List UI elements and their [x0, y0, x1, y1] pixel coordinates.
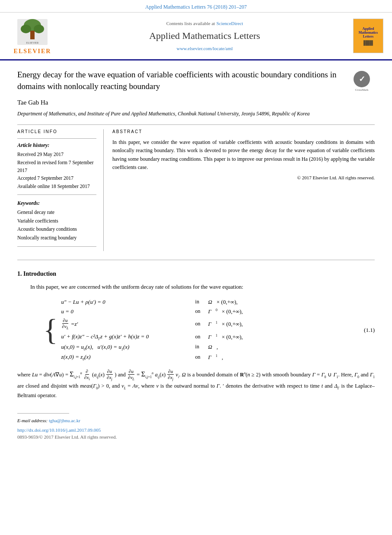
eq-left-2: u = 0 — [61, 308, 182, 315]
journal-reference-link[interactable]: Applied Mathematics Letters 76 (2018) 20… — [145, 4, 247, 10]
copyright-notice: © 2017 Elsevier Ltd. All rights reserved… — [112, 175, 375, 180]
eq-left-3: ∂u ∂νL = z′ — [61, 318, 182, 331]
article-title-block: Energy decay for the wave equation of va… — [17, 69, 375, 92]
email-footnote: E-mail address: tgha@jbnu.ac.kr — [17, 418, 375, 423]
journal-center-header: Contents lists available at ScienceDirec… — [56, 20, 353, 52]
article-history-label: Article history: — [17, 142, 96, 149]
separator-2 — [17, 260, 375, 260]
crossmark-label: CrossMark — [355, 88, 368, 92]
crossmark-circle: ✓ — [354, 71, 370, 87]
contents-line: Contents lists available at ScienceDirec… — [56, 20, 353, 27]
eq-domain-6: on Γ1, — [195, 354, 223, 361]
keywords-label: Keywords: — [17, 200, 96, 207]
journal-title: Applied Mathematics Letters — [56, 30, 353, 41]
equation-block: { u″ − Lu + ρ(u′) = 0 in Ω × (0,+∞), — [17, 299, 375, 361]
math-paragraph: where Lu = div(A∇u) = Σi,j=1n ∂ ∂xi (aij… — [17, 368, 375, 400]
equation-system: { u″ − Lu + ρ(u′) = 0 in Ω × (0,+∞), — [43, 299, 349, 361]
eq-row-5: u(x,0) = u0(x), u′(x,0) = u1(x) in Ω, — [61, 344, 243, 351]
intro-heading: 1. Introduction — [17, 271, 375, 277]
affiliation: Department of Mathematics, and Institute… — [17, 110, 375, 118]
email-link[interactable]: tgha@jbnu.ac.kr — [49, 418, 80, 423]
elsevier-wordmark: ELSEVIER — [14, 48, 51, 55]
eq-row-4: u′ + f(x)z″ − c²ΔΓz + g(x)z′ + h(x)z = 0… — [61, 333, 243, 341]
abstract-col: ABSTRACT In this paper, we consider the … — [112, 129, 375, 251]
issn-text: 0893-9659/© 2017 Elsevier Ltd. All right… — [17, 434, 375, 439]
email-label: E-mail address: — [17, 418, 48, 423]
eq-row-6: z(x,0) = z0(x) on Γ1, — [61, 353, 243, 361]
received-date: Received 29 May 2017 — [17, 150, 96, 158]
separator-bottom-info — [17, 246, 96, 247]
eq-domain-3: on Γ1 × (0,+∞), — [195, 321, 243, 328]
top-bar: Applied Mathematics Letters 76 (2018) 20… — [0, 0, 392, 13]
article-info-label: ARTICLE INFO — [17, 129, 96, 134]
brace-system: { u″ − Lu + ρ(u′) = 0 in Ω × (0,+∞), — [43, 299, 349, 361]
article-footer: E-mail address: tgha@jbnu.ac.kr http://d… — [17, 413, 375, 439]
section-title: Introduction — [23, 271, 56, 277]
article-info-col: ARTICLE INFO Article history: Received 2… — [17, 129, 104, 251]
separator-keywords — [17, 194, 96, 195]
big-brace: { — [43, 315, 58, 345]
svg-point-4 — [34, 25, 44, 33]
article-title: Energy decay for the wave equation of va… — [17, 69, 375, 92]
svg-rect-2 — [30, 31, 35, 39]
footnote-line — [17, 413, 69, 416]
crossmark-badge: ✓ CrossMark — [349, 69, 375, 93]
eq-domain-2: on Γ0 × (0,+∞), — [195, 308, 243, 315]
journal-cover: Applied Mathematics Letters ▓▓▓▓▓ ▓▓▓▓▓ — [353, 19, 383, 53]
keyword-4: Nonlocally reacting boundary — [17, 234, 96, 242]
eq-left-1: u″ − Lu + ρ(u′) = 0 — [61, 299, 182, 306]
eq-left-4: u′ + f(x)z″ − c²ΔΓz + g(x)z′ + h(x)z = 0 — [61, 333, 182, 341]
abstract-label: ABSTRACT — [112, 129, 375, 134]
eq-left-6: z(x,0) = z0(x) — [61, 353, 182, 361]
eq-number: (1.1) — [349, 327, 375, 334]
info-abstract-section: ARTICLE INFO Article history: Received 2… — [17, 129, 375, 251]
revised-date: Received in revised form 7 September 201… — [17, 159, 96, 175]
eq-left-5: u(x,0) = u0(x), u′(x,0) = u1(x) — [61, 344, 182, 351]
available-date: Available online 18 September 2017 — [17, 182, 96, 190]
contents-label: Contents lists available at — [166, 21, 215, 26]
eq-domain-5: in Ω, — [195, 344, 218, 350]
abstract-text: In this paper, we consider the wave equa… — [112, 138, 375, 172]
keyword-1: General decay rate — [17, 208, 96, 217]
keyword-2: Variable coefficients — [17, 217, 96, 226]
separator-info — [17, 138, 96, 139]
eq-domain-1: in Ω × (0,+∞), — [195, 299, 238, 306]
elsevier-logo: ELSEVIER ELSEVIER — [9, 17, 56, 55]
sciencedirect-link[interactable]: ScienceDirect — [217, 21, 243, 26]
eq-row-1: u″ − Lu + ρ(u′) = 0 in Ω × (0,+∞), — [61, 299, 243, 306]
equation-lines: u″ − Lu + ρ(u′) = 0 in Ω × (0,+∞), u = 0 — [61, 299, 243, 361]
journal-url-link[interactable]: www.elsevier.com/locate/aml — [176, 46, 233, 51]
separator-1 — [17, 124, 375, 125]
journal-url: www.elsevier.com/locate/aml — [56, 45, 353, 52]
elsevier-tree-icon: ELSEVIER — [13, 17, 52, 47]
article-body: Energy decay for the wave equation of va… — [0, 61, 392, 448]
eq-row-3: ∂u ∂νL = z′ on Γ1 × (0,+∞), — [61, 318, 243, 331]
eq-row-2: u = 0 on Γ0 × (0,+∞), — [61, 308, 243, 315]
accepted-date: Accepted 7 September 2017 — [17, 174, 96, 182]
doi-link[interactable]: http://dx.doi.org/10.1016/j.aml.2017.09.… — [17, 427, 375, 433]
svg-text:ELSEVIER: ELSEVIER — [26, 41, 38, 44]
journal-header: ELSEVIER ELSEVIER Contents lists availab… — [0, 13, 392, 61]
section-number: 1. — [17, 271, 22, 277]
svg-point-3 — [21, 25, 31, 33]
keyword-3: Acoustic boundary conditions — [17, 225, 96, 234]
eq-domain-4: on Γ1 × (0,+∞), — [195, 334, 243, 341]
author-name: Tae Gab Ha — [17, 99, 375, 106]
intro-section: 1. Introduction In this paper, we are co… — [17, 271, 375, 400]
intro-para-1: In this paper, we are concerned with the… — [17, 283, 375, 292]
